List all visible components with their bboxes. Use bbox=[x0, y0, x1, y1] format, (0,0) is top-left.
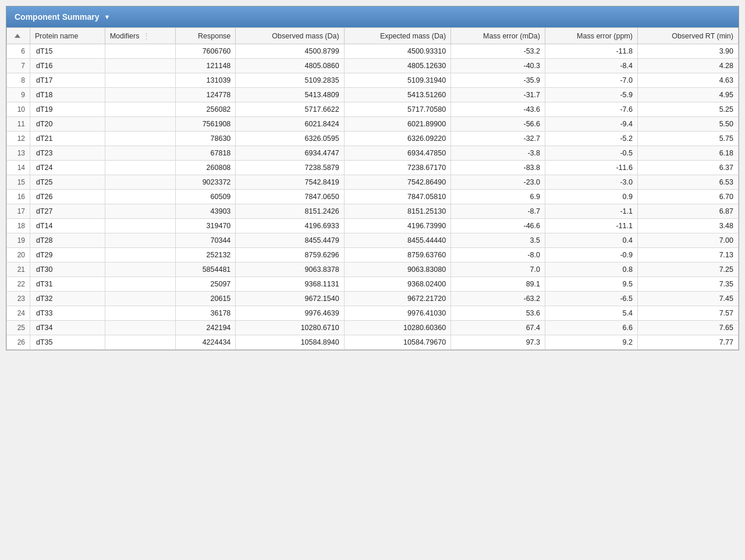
col-header-mass-error-mda[interactable]: Mass error (mDa) bbox=[451, 28, 545, 44]
cell-observed-rt: 6.53 bbox=[637, 175, 738, 190]
cell-response: 36178 bbox=[176, 306, 236, 321]
table-row[interactable]: 23dT32206159672.15409672.21720-63.2-6.57… bbox=[7, 292, 739, 306]
cell-response: 260808 bbox=[176, 161, 236, 175]
table-row[interactable]: 26dT35422443410584.894010584.7967097.39.… bbox=[7, 335, 739, 350]
table-row[interactable]: 11dT2075619086021.84246021.89900-56.6-9.… bbox=[7, 117, 739, 132]
sort-icon bbox=[15, 34, 20, 38]
cell-row-num: 12 bbox=[7, 132, 30, 146]
cell-expected-mass: 5717.70580 bbox=[344, 102, 450, 117]
cell-observed-mass: 10280.6710 bbox=[236, 321, 344, 335]
cell-row-num: 23 bbox=[7, 292, 30, 306]
cell-response: 67818 bbox=[176, 146, 236, 161]
cell-mass-error-ppm: 0.8 bbox=[545, 263, 637, 277]
table-row[interactable]: 9dT181247785413.48095413.51260-31.7-5.94… bbox=[7, 88, 739, 102]
cell-expected-mass: 9672.21720 bbox=[344, 292, 450, 306]
cell-row-num: 11 bbox=[7, 117, 30, 132]
table-row[interactable]: 6dT1576067604500.87994500.93310-53.2-11.… bbox=[7, 44, 739, 59]
panel-header[interactable]: Component Summary ▼ bbox=[6, 6, 739, 27]
cell-modifiers bbox=[105, 88, 175, 102]
cell-observed-rt: 6.70 bbox=[637, 190, 738, 204]
cell-observed-rt: 7.13 bbox=[637, 248, 738, 263]
cell-response: 5854481 bbox=[176, 263, 236, 277]
cell-protein-name: dT30 bbox=[30, 263, 105, 277]
cell-observed-mass: 9672.1540 bbox=[236, 292, 344, 306]
table-row[interactable]: 21dT3058544819063.83789063.830807.00.87.… bbox=[7, 263, 739, 277]
cell-response: 7606760 bbox=[176, 44, 236, 59]
col-header-observed-mass[interactable]: Observed mass (Da) bbox=[236, 28, 344, 44]
col-header-response[interactable]: Response bbox=[176, 28, 236, 44]
table-row[interactable]: 24dT33361789976.46399976.4103053.65.47.5… bbox=[7, 306, 739, 321]
col-header-observed-rt[interactable]: Observed RT (min) bbox=[637, 28, 738, 44]
table-row[interactable]: 14dT242608087238.58797238.67170-83.8-11.… bbox=[7, 161, 739, 175]
cell-mass-error-mda: 6.9 bbox=[451, 190, 545, 204]
table-row[interactable]: 25dT3424219410280.671010280.6036067.46.6… bbox=[7, 321, 739, 335]
cell-mass-error-mda: 97.3 bbox=[451, 335, 545, 350]
table-row[interactable]: 13dT23678186934.47476934.47850-3.8-0.56.… bbox=[7, 146, 739, 161]
table-row[interactable]: 16dT26605097847.06507847.058106.90.96.70 bbox=[7, 190, 739, 204]
cell-mass-error-mda: -8.7 bbox=[451, 204, 545, 219]
cell-mass-error-ppm: -5.9 bbox=[545, 88, 637, 102]
cell-protein-name: dT26 bbox=[30, 190, 105, 204]
cell-row-num: 18 bbox=[7, 219, 30, 233]
table-row[interactable]: 15dT2590233727542.84197542.86490-23.0-3.… bbox=[7, 175, 739, 190]
cell-modifiers bbox=[105, 161, 175, 175]
col-header-protein-name[interactable]: Protein name bbox=[30, 28, 105, 44]
cell-row-num: 10 bbox=[7, 102, 30, 117]
table-body: 6dT1576067604500.87994500.93310-53.2-11.… bbox=[7, 44, 739, 350]
cell-expected-mass: 6021.89900 bbox=[344, 117, 450, 132]
table-header: Protein name Modifiers ⋮ Response Observ… bbox=[7, 28, 739, 44]
col-header-modifiers[interactable]: Modifiers ⋮ bbox=[105, 28, 175, 44]
cell-mass-error-mda: 67.4 bbox=[451, 321, 545, 335]
cell-mass-error-ppm: -5.2 bbox=[545, 132, 637, 146]
table-row[interactable]: 22dT31250979368.11319368.0240089.19.57.3… bbox=[7, 277, 739, 292]
cell-response: 242194 bbox=[176, 321, 236, 335]
cell-mass-error-ppm: 6.6 bbox=[545, 321, 637, 335]
cell-modifiers bbox=[105, 132, 175, 146]
cell-row-num: 15 bbox=[7, 175, 30, 190]
cell-expected-mass: 4196.73990 bbox=[344, 219, 450, 233]
cell-observed-mass: 4500.8799 bbox=[236, 44, 344, 59]
cell-mass-error-ppm: 5.4 bbox=[545, 306, 637, 321]
cell-row-num: 14 bbox=[7, 161, 30, 175]
table-row[interactable]: 18dT143194704196.69334196.73990-46.6-11.… bbox=[7, 219, 739, 233]
cell-mass-error-mda: -31.7 bbox=[451, 88, 545, 102]
cell-protein-name: dT21 bbox=[30, 132, 105, 146]
cell-modifiers bbox=[105, 44, 175, 59]
cell-protein-name: dT17 bbox=[30, 73, 105, 88]
cell-mass-error-mda: -3.8 bbox=[451, 146, 545, 161]
cell-mass-error-mda: 3.5 bbox=[451, 233, 545, 248]
table-row[interactable]: 17dT27439038151.24268151.25130-8.7-1.16.… bbox=[7, 204, 739, 219]
cell-mass-error-ppm: 9.2 bbox=[545, 335, 637, 350]
cell-observed-mass: 9063.8378 bbox=[236, 263, 344, 277]
cell-mass-error-ppm: -1.1 bbox=[545, 204, 637, 219]
cell-observed-rt: 7.57 bbox=[637, 306, 738, 321]
cell-row-num: 9 bbox=[7, 88, 30, 102]
col-header-mass-error-ppm[interactable]: Mass error (ppm) bbox=[545, 28, 637, 44]
cell-observed-rt: 7.65 bbox=[637, 321, 738, 335]
cell-observed-rt: 5.75 bbox=[637, 132, 738, 146]
cell-modifiers bbox=[105, 204, 175, 219]
table-row[interactable]: 12dT21786306326.05956326.09220-32.7-5.25… bbox=[7, 132, 739, 146]
cell-mass-error-ppm: -6.5 bbox=[545, 292, 637, 306]
cell-mass-error-ppm: -9.4 bbox=[545, 117, 637, 132]
cell-expected-mass: 9063.83080 bbox=[344, 263, 450, 277]
cell-response: 7561908 bbox=[176, 117, 236, 132]
cell-response: 256082 bbox=[176, 102, 236, 117]
table-row[interactable]: 20dT292521328759.62968759.63760-8.0-0.97… bbox=[7, 248, 739, 263]
cell-expected-mass: 7542.86490 bbox=[344, 175, 450, 190]
cell-protein-name: dT32 bbox=[30, 292, 105, 306]
cell-protein-name: dT23 bbox=[30, 146, 105, 161]
panel-title: Component Summary bbox=[15, 12, 99, 22]
cell-modifiers bbox=[105, 277, 175, 292]
cell-mass-error-mda: -23.0 bbox=[451, 175, 545, 190]
cell-expected-mass: 6934.47850 bbox=[344, 146, 450, 161]
table-row[interactable]: 10dT192560825717.66225717.70580-43.6-7.6… bbox=[7, 102, 739, 117]
cell-row-num: 6 bbox=[7, 44, 30, 59]
cell-observed-mass: 5413.4809 bbox=[236, 88, 344, 102]
cell-mass-error-ppm: -0.5 bbox=[545, 146, 637, 161]
table-row[interactable]: 7dT161211484805.08604805.12630-40.3-8.44… bbox=[7, 59, 739, 73]
table-row[interactable]: 8dT171310395109.28355109.31940-35.9-7.04… bbox=[7, 73, 739, 88]
col-header-expected-mass[interactable]: Expected mass (Da) bbox=[344, 28, 450, 44]
table-row[interactable]: 19dT28703448455.44798455.444403.50.47.00 bbox=[7, 233, 739, 248]
col-header-row-num[interactable] bbox=[7, 28, 30, 44]
